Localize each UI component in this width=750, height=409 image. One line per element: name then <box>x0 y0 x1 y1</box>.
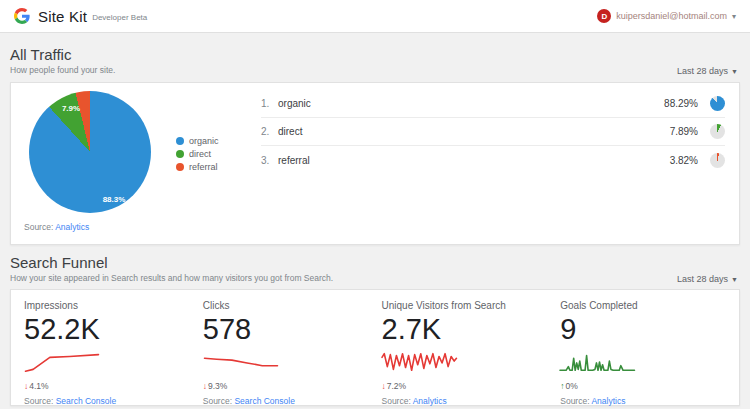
all-traffic-header: All Traffic How people found your site. … <box>10 46 740 76</box>
table-row-direct: 2. direct 7.89% <box>261 118 725 146</box>
table-row-referral: 3. referral 3.82% <box>261 146 725 174</box>
change-value: 7.2% <box>387 381 406 391</box>
user-avatar: D <box>597 9 611 23</box>
source-prefix: Source: <box>24 396 53 406</box>
row-mini-pie-icon <box>710 124 725 139</box>
google-logo-icon <box>14 8 30 24</box>
site-kit-brand: Site Kit Developer Beta <box>14 8 147 25</box>
row-percent: 7.89% <box>670 126 698 137</box>
product-title: Site Kit <box>38 8 87 25</box>
source-prefix: Source: <box>24 222 53 232</box>
date-range-selector[interactable]: Last 28 days▼ <box>677 66 738 76</box>
legend-dot-organic <box>176 137 184 145</box>
metric-source-line: Source: Analytics <box>382 396 549 406</box>
legend-label: direct <box>189 149 211 159</box>
metric-clicks: Clicks 578 ↓9.3% Source: Search Console <box>203 300 382 406</box>
beta-badge: Developer Beta <box>92 13 147 25</box>
legend-dot-direct <box>176 150 184 158</box>
traffic-pie-chart: 88.3% 7.9% <box>29 91 151 213</box>
metric-value: 2.7K <box>382 314 549 345</box>
change-indicator: ↓9.3% <box>203 381 370 391</box>
row-mini-pie-icon <box>710 96 725 111</box>
impressions-sparkline <box>24 350 100 374</box>
metric-unique-visitors: Unique Visitors from Search 2.7K ↓7.2% S… <box>382 300 561 406</box>
search-console-link[interactable]: Search Console <box>56 396 116 406</box>
change-value: 4.1% <box>29 381 48 391</box>
app-header: Site Kit Developer Beta D kuipersdaniel@… <box>0 0 750 33</box>
legend-item-direct: direct <box>176 149 219 159</box>
metric-source-line: Source: Search Console <box>24 396 191 406</box>
metric-label: Goals Completed <box>560 300 727 311</box>
change-arrow-icon: ↓ <box>24 381 28 391</box>
dashboard: All Traffic How people found your site. … <box>0 46 750 406</box>
source-prefix: Source: <box>560 396 589 406</box>
all-traffic-subtitle: How people found your site. <box>10 65 740 76</box>
analytics-link[interactable]: Analytics <box>55 222 89 232</box>
metric-source-line: Source: Search Console <box>203 396 370 406</box>
legend-label: organic <box>189 136 219 146</box>
row-rank: 3. <box>261 155 278 166</box>
account-email: kuipersdaniel@hotmail.com <box>616 11 727 21</box>
row-mini-pie-icon <box>710 153 725 168</box>
dropdown-arrow-icon: ▼ <box>731 276 738 283</box>
source-prefix: Source: <box>382 396 411 406</box>
row-percent: 88.29% <box>664 98 698 109</box>
metric-label: Unique Visitors from Search <box>382 300 549 311</box>
row-rank: 1. <box>261 98 278 109</box>
legend-item-organic: organic <box>176 136 219 146</box>
change-value: 9.3% <box>208 381 227 391</box>
change-indicator: ↓7.2% <box>382 381 549 391</box>
metrics-grid: Impressions 52.2K ↓4.1% Source: Search C… <box>11 290 739 405</box>
traffic-legend: organic direct referral <box>176 133 219 175</box>
analytics-link[interactable]: Analytics <box>591 396 625 406</box>
source-prefix: Source: <box>203 396 232 406</box>
all-traffic-card: 88.3% 7.9% organic direct referral Sourc… <box>10 82 740 245</box>
legend-dot-referral <box>176 163 184 171</box>
change-indicator: ↓4.1% <box>24 381 191 391</box>
pie-slice-label-direct: 7.9% <box>62 104 80 113</box>
legend-label: referral <box>189 162 218 172</box>
date-range-label: Last 28 days <box>677 66 728 76</box>
date-range-label: Last 28 days <box>677 274 728 284</box>
analytics-link[interactable]: Analytics <box>413 396 447 406</box>
metric-goals-completed: Goals Completed 9 ↑0% Source: Analytics <box>560 300 739 406</box>
row-label: referral <box>278 155 310 166</box>
change-value: 0% <box>566 381 578 391</box>
change-arrow-icon: ↓ <box>382 381 386 391</box>
traffic-channel-list: 1. organic 88.29% 2. direct 7.89% 3. ref… <box>261 90 725 174</box>
row-percent: 3.82% <box>670 155 698 166</box>
chevron-down-icon: ▾ <box>732 12 736 21</box>
metric-value: 578 <box>203 314 370 345</box>
row-rank: 2. <box>261 126 278 137</box>
search-console-link[interactable]: Search Console <box>234 396 294 406</box>
change-indicator: ↑0% <box>560 381 727 391</box>
search-funnel-title: Search Funnel <box>10 254 740 271</box>
legend-item-referral: referral <box>176 162 219 172</box>
metric-label: Clicks <box>203 300 370 311</box>
metric-value: 52.2K <box>24 314 191 345</box>
pie-slice-label-organic: 88.3% <box>103 195 126 204</box>
clicks-sparkline <box>203 350 279 374</box>
unique-visitors-sparkline <box>382 350 458 374</box>
row-label: direct <box>278 126 302 137</box>
all-traffic-title: All Traffic <box>10 46 740 63</box>
metric-value: 9 <box>560 314 727 345</box>
traffic-source-line: Source: Analytics <box>24 222 89 232</box>
metric-label: Impressions <box>24 300 191 311</box>
goals-sparkline <box>560 350 636 374</box>
date-range-selector[interactable]: Last 28 days▼ <box>677 274 738 284</box>
row-label: organic <box>278 98 311 109</box>
change-arrow-icon: ↑ <box>560 381 564 391</box>
dropdown-arrow-icon: ▼ <box>731 68 738 75</box>
search-funnel-header: Search Funnel How your site appeared in … <box>10 254 740 284</box>
search-funnel-subtitle: How your site appeared in Search results… <box>10 273 740 284</box>
change-arrow-icon: ↓ <box>203 381 207 391</box>
metric-source-line: Source: Analytics <box>560 396 727 406</box>
search-funnel-card: Impressions 52.2K ↓4.1% Source: Search C… <box>10 289 740 406</box>
account-menu[interactable]: D kuipersdaniel@hotmail.com ▾ <box>597 9 736 23</box>
table-row-organic: 1. organic 88.29% <box>261 90 725 118</box>
metric-impressions: Impressions 52.2K ↓4.1% Source: Search C… <box>24 300 203 406</box>
